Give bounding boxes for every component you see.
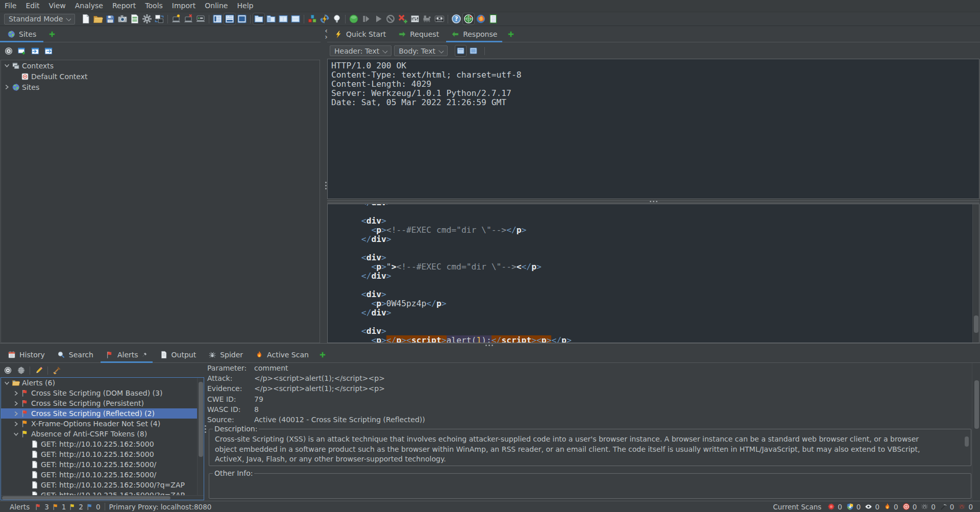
splitter-grip-icon[interactable] (650, 201, 657, 202)
main-horizontal-splitter[interactable] (0, 343, 980, 347)
alerts-tree-row[interactable]: Cross Site Scripting (Reflected) (2) (1, 408, 204, 419)
open-session-button[interactable] (92, 13, 104, 25)
alerts-tree-row[interactable]: Alerts (6) (1, 378, 204, 388)
work-tab[interactable]: Request (393, 26, 444, 42)
step-button[interactable] (360, 13, 372, 25)
exp-open-icon[interactable] (4, 380, 10, 386)
body-format-select[interactable]: Body: Text (394, 45, 448, 56)
menu-item[interactable]: Import (167, 0, 200, 12)
show-tab-names-button[interactable] (253, 13, 265, 25)
new-context-button[interactable] (16, 45, 28, 57)
description-scrollbar[interactable] (965, 432, 969, 463)
alerts-tree-hscrollbar[interactable] (1, 495, 204, 500)
alerts-tree-row[interactable]: Cross Site Scripting (DOM Based) (3) (1, 388, 204, 398)
exp-closed-icon[interactable] (4, 84, 10, 90)
menu-item[interactable]: Edit (21, 0, 44, 12)
bottom-tab[interactable]: Output (155, 347, 202, 362)
scrollbar-thumb[interactable] (965, 436, 969, 447)
scrollbar-thumb[interactable] (974, 315, 978, 333)
import-context-button[interactable] (30, 45, 41, 57)
zest-record-button[interactable] (433, 13, 446, 25)
sites-add-tab-button[interactable] (45, 26, 59, 42)
response-splitter[interactable] (327, 199, 979, 204)
bottom-tab[interactable]: History (3, 347, 50, 362)
sites-tree-row[interactable]: Default Context (1, 71, 320, 82)
show-all-tabs-button[interactable] (306, 13, 318, 25)
show-side-tabs-button[interactable] (265, 13, 277, 25)
splitter-grip-icon[interactable] (325, 182, 327, 193)
response-body-text[interactable]: </div> <div> <p><!--#EXEC cmd="dir \"-->… (327, 204, 979, 343)
open-browser-button[interactable] (475, 13, 487, 25)
bottom-add-tab-button[interactable] (316, 347, 329, 362)
alerts-tree-row[interactable]: Cross Site Scripting (Persistent) (1, 398, 204, 408)
scrollbar-thumb[interactable] (974, 380, 979, 429)
alerts-tree-row[interactable]: GET: http://10.10.225.162:5000/ (1, 470, 204, 480)
exp-closed-icon[interactable] (13, 421, 19, 427)
bottom-tab[interactable]: Spider (203, 347, 248, 362)
bottom-tab[interactable]: Search (52, 347, 99, 362)
menu-item[interactable]: File (0, 0, 21, 12)
target-filter-button[interactable] (3, 45, 14, 57)
session-mode-button[interactable] (194, 13, 207, 25)
status-alerts-label[interactable]: Alerts (10, 503, 30, 511)
response-header-text[interactable]: HTTP/1.0 200 OKContent-Type: text/html; … (327, 59, 979, 199)
bottom-tab[interactable]: Alerts (101, 347, 153, 362)
tabbed-view-button[interactable] (468, 45, 479, 57)
manage-addons-button[interactable] (153, 13, 165, 25)
generate-report-button[interactable] (129, 13, 141, 25)
reload-addons-button[interactable] (318, 13, 331, 25)
splitter-grip-icon[interactable] (485, 345, 493, 346)
detail-panel-scrollbar[interactable] (972, 363, 980, 501)
notes-button[interactable] (487, 13, 499, 25)
show-targets-button[interactable] (462, 13, 475, 25)
layout-left-button[interactable] (211, 13, 224, 25)
export-context-button[interactable] (43, 45, 54, 57)
layout-full-button[interactable] (236, 13, 248, 25)
exp-closed-icon[interactable] (13, 410, 19, 417)
alerts-tree-row[interactable]: Absence of Anti-CSRF Tokens (8) (1, 429, 204, 439)
alerts-tree-row[interactable]: GET: http://10.10.225.162:5000 (1, 449, 204, 459)
alerts-tree[interactable]: Alerts (6) Cross Site Scripting (DOM Bas… (1, 377, 204, 500)
alerts-tree-row[interactable]: X-Frame-Options Header Not Set (4) (1, 419, 204, 429)
header-format-select[interactable]: Header: Text (330, 45, 391, 56)
alerts-tree-row[interactable]: GET: http://10.10.225.162:5000/?q=ZAP (1, 480, 204, 490)
options-button[interactable] (141, 13, 153, 25)
response-body-scrollbar[interactable] (972, 204, 979, 343)
help-button[interactable] (450, 13, 462, 25)
alerts-scope-button[interactable] (2, 365, 13, 376)
sites-tree-row[interactable]: Sites (1, 82, 320, 92)
session-properties-button[interactable] (170, 13, 182, 25)
continue-button[interactable] (372, 13, 384, 25)
work-add-tab-button[interactable] (504, 26, 518, 42)
alerts-tree-row[interactable]: GET: http://10.10.225.162:5000/ (1, 459, 204, 470)
work-tab[interactable]: Quick Start (329, 26, 391, 42)
session-scope-exclude-button[interactable] (182, 13, 194, 25)
alerts-tree-vscrollbar[interactable] (197, 378, 204, 495)
persist-session-button[interactable] (104, 13, 116, 25)
main-vertical-splitter[interactable] (321, 26, 327, 343)
description-text[interactable]: Cross-site Scripting (XSS) is an attack … (215, 434, 963, 465)
combined-view-button[interactable] (455, 45, 467, 57)
filter-button[interactable] (409, 13, 421, 25)
menu-item[interactable]: Report (108, 0, 140, 12)
show-bottom-tabs-button[interactable] (289, 13, 302, 25)
work-tab[interactable]: Response (446, 26, 502, 42)
layout-split-button[interactable] (224, 13, 236, 25)
record-button[interactable] (348, 13, 360, 25)
scrollbar-thumb[interactable] (2, 496, 170, 500)
new-session-button[interactable] (80, 13, 92, 25)
menu-item[interactable]: Tools (140, 0, 167, 12)
scrollbar-thumb[interactable] (199, 382, 203, 457)
exp-closed-icon[interactable] (13, 400, 19, 407)
exp-open-icon[interactable] (13, 431, 19, 437)
edit-alert-button[interactable] (33, 365, 44, 376)
add-break-button[interactable] (397, 13, 409, 25)
show-full-tabs-button[interactable] (277, 13, 289, 25)
exp-closed-icon[interactable] (13, 390, 19, 397)
exp-open-icon[interactable] (4, 62, 10, 69)
alerts-site-filter-button[interactable] (15, 365, 27, 376)
sites-tree-row[interactable]: Contexts (1, 60, 320, 71)
drop-button[interactable] (384, 13, 397, 25)
sites-tree[interactable]: Contexts Default Context Sites (1, 60, 320, 343)
delete-alerts-button[interactable] (51, 365, 62, 376)
